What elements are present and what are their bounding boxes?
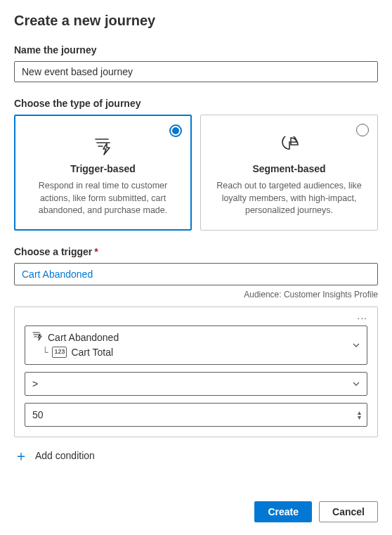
plus-icon: ＋ [14,450,28,461]
pie-chart-icon [214,136,365,156]
condition-panel: ··· Cart Abandoned └ 1 [14,307,378,437]
lightning-icon [27,136,178,156]
card-desc-segment: Reach out to targeted audiences, like lo… [214,180,365,217]
card-desc-trigger: Respond in real time to customer actions… [27,180,178,217]
card-title-trigger: Trigger-based [27,163,178,174]
panel-more-icon[interactable]: ··· [25,313,367,325]
journey-type-trigger-based[interactable]: Trigger-based Respond in real time to cu… [14,115,192,231]
audience-info: Audience: Customer Insights Profile [14,290,378,299]
condition-value-input[interactable]: 50 ▴ ▾ [25,403,367,427]
trigger-label: Choose a trigger* [14,246,378,257]
journey-type-segment-based[interactable]: Segment-based Reach out to targeted audi… [200,115,378,231]
radio-selected-icon [169,124,182,137]
cancel-button[interactable]: Cancel [319,501,378,522]
number-type-icon: 123 [52,347,67,358]
attribute-child-label: Cart Total [71,345,113,360]
condition-attribute-select[interactable]: Cart Abandoned └ 123 Cart Total [25,325,367,365]
create-button[interactable]: Create [254,501,312,522]
chevron-down-icon [351,340,361,350]
add-condition-label: Add condition [35,450,95,461]
required-indicator: * [94,246,98,257]
condition-value: 50 [32,409,44,420]
journey-type-label: Choose the type of journey [14,98,378,109]
condition-operator-select[interactable]: > [25,372,367,396]
journey-name-input[interactable] [14,61,378,82]
lightning-small-icon [32,330,44,345]
name-label: Name the journey [14,44,378,56]
stepper-down-icon[interactable]: ▾ [358,415,361,420]
trigger-picker[interactable]: Cart Abandoned [14,263,378,285]
attribute-root-label: Cart Abandoned [48,330,119,345]
operator-value: > [32,378,38,389]
page-title: Create a new journey [14,13,378,29]
tree-branch-icon: └ [42,345,48,360]
add-condition-button[interactable]: ＋ Add condition [14,450,378,461]
chevron-down-icon [351,379,361,389]
radio-unselected-icon [356,124,369,136]
card-title-segment: Segment-based [214,163,365,174]
number-stepper[interactable]: ▴ ▾ [358,410,361,420]
